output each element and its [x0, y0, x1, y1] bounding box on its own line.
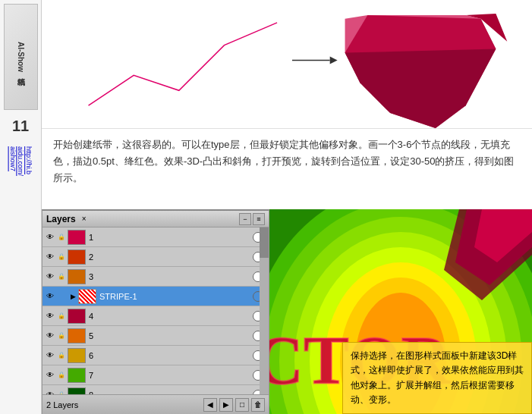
lock-icon[interactable]: 🔒	[57, 272, 66, 281]
eye-icon[interactable]: 👁	[44, 330, 56, 342]
eye-icon[interactable]: 👁	[44, 310, 56, 322]
lock-icon	[57, 292, 66, 301]
layer-thumbnail	[68, 348, 86, 363]
layers-count-label: 2 Layers	[46, 400, 78, 409]
layers-header: Layers × − ≡	[42, 211, 269, 227]
layer-thumbnail	[68, 230, 86, 245]
layer-visibility-group: 👁 🔒	[44, 271, 66, 283]
layers-title: Layers	[46, 214, 76, 224]
art-area: CTOR CTOR 保持选择，在图形样式面板中新建该3D样式，这样即使扩展了，效…	[269, 209, 532, 414]
lock-icon[interactable]: 🔒	[57, 371, 66, 380]
layers-close-button[interactable]: ×	[82, 215, 87, 223]
layer-visibility-group: 👁 🔒	[44, 369, 66, 381]
layer-name: 7	[89, 371, 253, 380]
sidebar-logo: AI-Show稿纸	[4, 4, 38, 110]
layer-thumbnail	[78, 289, 96, 304]
main-content: 开始创建纸带，这很容易的。可以在type层，但最好锁定其他偏移对象。画一个3-6…	[42, 0, 532, 414]
eye-icon[interactable]: 👁	[44, 231, 56, 243]
layer-visibility-group: 👁 🔒	[44, 231, 66, 243]
layer-visibility-group: 👁 🔒	[44, 350, 66, 362]
left-sidebar: AI-Show稿纸 11 http://hi.b aidu.com/ aisho…	[0, 0, 42, 414]
layers-footer-buttons: ◀ ▶ □ 🗑	[203, 398, 265, 412]
layers-header-controls: − ≡	[239, 213, 265, 225]
layers-footer: 2 Layers ◀ ▶ □ 🗑	[42, 394, 269, 414]
layer-name: 2	[89, 252, 253, 262]
layers-nav-right-button[interactable]: ▶	[219, 398, 233, 412]
sidebar-number: 11	[12, 118, 29, 135]
layer-visibility-group: 👁 🔒	[44, 330, 66, 342]
layers-scrollbar[interactable]	[260, 227, 269, 394]
scrollbar-thumb[interactable]	[260, 227, 269, 258]
table-row[interactable]: 👁 🔒 2	[42, 247, 269, 267]
description-area: 开始创建纸带，这很容易的。可以在type层，但最好锁定其他偏移对象。画一个3-6…	[42, 129, 532, 194]
layers-delete-button[interactable]: 🗑	[251, 398, 265, 412]
layer-name: STRIPE-1	[99, 292, 253, 301]
layer-visibility-group: 👁 🔒	[44, 389, 66, 395]
bottom-section: Layers × − ≡ 👁 🔒 1	[42, 209, 532, 414]
eye-icon[interactable]: 👁	[44, 271, 56, 283]
layer-name: 4	[89, 312, 253, 321]
sidebar-url: http://hi.b aidu.com/ aishow7	[8, 146, 33, 176]
illustration-svg	[42, 0, 532, 128]
table-row[interactable]: 👁 🔒 4	[42, 306, 269, 326]
layer-thumbnail	[68, 309, 86, 324]
illustration-area	[42, 0, 532, 129]
layers-panel: Layers × − ≡ 👁 🔒 1	[42, 209, 269, 414]
layers-menu-button[interactable]: ≡	[253, 213, 265, 225]
layer-thumbnail	[68, 387, 86, 395]
info-box: 保持选择，在图形样式面板中新建该3D样式，这样即使扩展了，效果依然能应用到其他对…	[342, 342, 532, 414]
eye-icon[interactable]: 👁	[44, 389, 56, 395]
description-text: 开始创建纸带，这很容易的。可以在type层，但最好锁定其他偏移对象。画一个3-6…	[53, 136, 521, 187]
layers-nav-left-button[interactable]: ◀	[203, 398, 217, 412]
eye-icon[interactable]: 👁	[44, 290, 56, 303]
layer-visibility-group: 👁	[44, 290, 66, 303]
layers-minimize-button[interactable]: −	[239, 213, 251, 225]
table-row[interactable]: 👁 ▶ STRIPE-1	[42, 287, 269, 306]
lock-icon[interactable]: 🔒	[57, 252, 66, 262]
info-text: 保持选择，在图形样式面板中新建该3D样式，这样即使扩展了，效果依然能应用到其他对…	[351, 349, 524, 407]
lock-icon[interactable]: 🔒	[57, 390, 66, 395]
sidebar-logo-text: AI-Show稿纸	[15, 42, 26, 72]
layer-visibility-group: 👁 🔒	[44, 310, 66, 322]
layer-name: 5	[89, 331, 253, 340]
layer-visibility-group: 👁 🔒	[44, 251, 66, 263]
eye-icon[interactable]: 👁	[44, 350, 56, 362]
layers-new-layer-button[interactable]: □	[235, 398, 249, 412]
table-row[interactable]: 👁 🔒 8	[42, 385, 269, 394]
table-row[interactable]: 👁 🔒 1	[42, 227, 269, 247]
layer-name: 8	[89, 390, 253, 395]
lock-icon[interactable]: 🔒	[57, 233, 66, 242]
lock-icon[interactable]: 🔒	[57, 331, 66, 340]
layer-thumbnail	[68, 269, 86, 284]
lock-icon[interactable]: 🔒	[57, 312, 66, 321]
table-row[interactable]: 👁 🔒 5	[42, 326, 269, 346]
eye-icon[interactable]: 👁	[44, 369, 56, 381]
layer-thumbnail	[68, 249, 86, 265]
layer-name: 1	[89, 233, 253, 242]
table-row[interactable]: 👁 🔒 6	[42, 346, 269, 365]
layers-scroll-area[interactable]: 👁 🔒 1 👁 🔒 2	[42, 227, 269, 394]
table-row[interactable]: 👁 🔒 7	[42, 365, 269, 385]
layer-thumbnail	[68, 328, 86, 343]
layer-name: 6	[89, 351, 253, 360]
lock-icon[interactable]: 🔒	[57, 351, 66, 360]
table-row[interactable]: 👁 🔒 3	[42, 267, 269, 287]
layer-name: 3	[89, 272, 253, 281]
layer-expand-arrow[interactable]: ▶	[68, 291, 78, 302]
eye-icon[interactable]: 👁	[44, 251, 56, 263]
layer-thumbnail	[68, 368, 86, 383]
